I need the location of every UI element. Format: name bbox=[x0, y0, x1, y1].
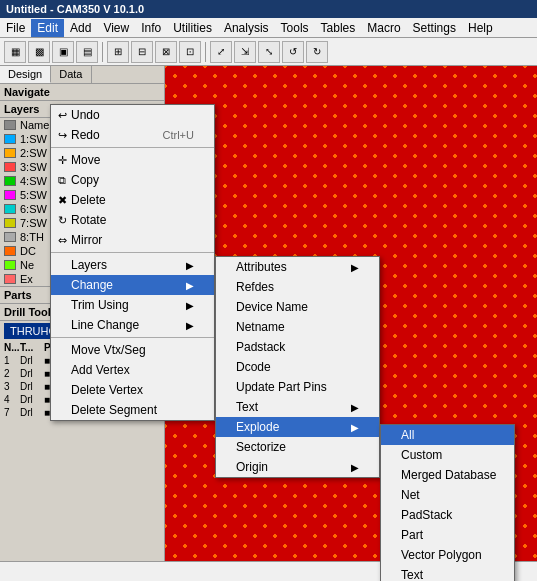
toolbar-btn-10[interactable]: ⇲ bbox=[234, 41, 256, 63]
menu-explode-text-label: Text bbox=[401, 568, 423, 581]
sep-3 bbox=[51, 337, 214, 338]
mirror-icon: ⇔ bbox=[55, 234, 69, 247]
menu-refdes[interactable]: Refdes bbox=[216, 277, 379, 297]
menu-info[interactable]: Info bbox=[135, 19, 167, 37]
menu-explode-all-label: All bbox=[401, 428, 414, 442]
menu-origin[interactable]: Origin ▶ bbox=[216, 457, 379, 477]
menu-undo[interactable]: ↩ Undo bbox=[51, 105, 214, 125]
toolbar-btn-1[interactable]: ▦ bbox=[4, 41, 26, 63]
layer-label-ex: Ex bbox=[20, 273, 33, 285]
menu-explode-text[interactable]: Text bbox=[381, 565, 514, 581]
layer-label-1: 1:SW bbox=[20, 133, 47, 145]
toolbar-btn-4[interactable]: ▤ bbox=[76, 41, 98, 63]
menu-tables[interactable]: Tables bbox=[315, 19, 362, 37]
menu-edit[interactable]: Edit bbox=[31, 19, 64, 37]
menu-line-change[interactable]: Line Change ▶ bbox=[51, 315, 214, 335]
menu-explode[interactable]: Explode ▶ bbox=[216, 417, 379, 437]
menu-help[interactable]: Help bbox=[462, 19, 499, 37]
menu-tools[interactable]: Tools bbox=[275, 19, 315, 37]
menu-dcode-label: Dcode bbox=[236, 360, 271, 374]
tab-data[interactable]: Data bbox=[51, 66, 91, 83]
menu-dcode[interactable]: Dcode bbox=[216, 357, 379, 377]
toolbar-sep-2 bbox=[205, 42, 206, 62]
explode-submenu: All Custom Merged Database Net PadStack … bbox=[380, 424, 515, 581]
toolbar: ▦ ▩ ▣ ▤ ⊞ ⊟ ⊠ ⊡ ⤢ ⇲ ⤡ ↺ ↻ bbox=[0, 38, 537, 66]
menu-attributes[interactable]: Attributes ▶ bbox=[216, 257, 379, 277]
menu-move-vtx-label: Move Vtx/Seg bbox=[71, 343, 146, 357]
menu-change-label: Change bbox=[71, 278, 113, 292]
toolbar-btn-12[interactable]: ↺ bbox=[282, 41, 304, 63]
menu-explode-net-label: Net bbox=[401, 488, 420, 502]
menu-copy[interactable]: ⧉ Copy bbox=[51, 170, 214, 190]
toolbar-btn-5[interactable]: ⊞ bbox=[107, 41, 129, 63]
menu-explode-custom[interactable]: Custom bbox=[381, 445, 514, 465]
menu-redo[interactable]: ↪ Redo Ctrl+U bbox=[51, 125, 214, 145]
menu-layers-label: Layers bbox=[71, 258, 107, 272]
layer-label-dc: DC bbox=[20, 245, 36, 257]
menu-explode-merged-db[interactable]: Merged Database bbox=[381, 465, 514, 485]
toolbar-btn-9[interactable]: ⤢ bbox=[210, 41, 232, 63]
menu-explode-all[interactable]: All bbox=[381, 425, 514, 445]
menu-change[interactable]: Change ▶ bbox=[51, 275, 214, 295]
menu-rotate[interactable]: ↻ Rotate bbox=[51, 210, 214, 230]
menu-explode-part[interactable]: Part bbox=[381, 525, 514, 545]
origin-arrow: ▶ bbox=[351, 462, 359, 473]
menu-analysis[interactable]: Analysis bbox=[218, 19, 275, 37]
menu-device-name-label: Device Name bbox=[236, 300, 308, 314]
menu-delete-segment[interactable]: Delete Segment bbox=[51, 400, 214, 420]
menu-delete-segment-label: Delete Segment bbox=[71, 403, 157, 417]
menu-update-part-pins[interactable]: Update Part Pins bbox=[216, 377, 379, 397]
menu-rotate-label: Rotate bbox=[71, 213, 106, 227]
navigate-section: Navigate bbox=[0, 84, 164, 101]
menu-update-part-pins-label: Update Part Pins bbox=[236, 380, 327, 394]
layer-color-header bbox=[4, 120, 16, 130]
layer-color-3 bbox=[4, 162, 16, 172]
copy-icon: ⧉ bbox=[55, 174, 69, 187]
change-arrow: ▶ bbox=[186, 280, 194, 291]
menu-explode-part-label: Part bbox=[401, 528, 423, 542]
menu-trim-using[interactable]: Trim Using ▶ bbox=[51, 295, 214, 315]
toolbar-btn-6[interactable]: ⊟ bbox=[131, 41, 153, 63]
toolbar-btn-11[interactable]: ⤡ bbox=[258, 41, 280, 63]
menu-file[interactable]: File bbox=[0, 19, 31, 37]
menu-mirror[interactable]: ⇔ Mirror bbox=[51, 230, 214, 250]
menu-device-name[interactable]: Device Name bbox=[216, 297, 379, 317]
menu-macro[interactable]: Macro bbox=[361, 19, 406, 37]
menu-text[interactable]: Text ▶ bbox=[216, 397, 379, 417]
menu-add-vertex[interactable]: Add Vertex bbox=[51, 360, 214, 380]
layer-color-1 bbox=[4, 134, 16, 144]
layer-name-header: Name bbox=[20, 119, 49, 131]
layer-color-7 bbox=[4, 218, 16, 228]
menu-move-vtx[interactable]: Move Vtx/Seg bbox=[51, 340, 214, 360]
toolbar-btn-13[interactable]: ↻ bbox=[306, 41, 328, 63]
drill-col-n: N... bbox=[4, 342, 20, 353]
trim-arrow: ▶ bbox=[186, 300, 194, 311]
menu-attributes-label: Attributes bbox=[236, 260, 287, 274]
menu-utilities[interactable]: Utilities bbox=[167, 19, 218, 37]
layers-arrow: ▶ bbox=[186, 260, 194, 271]
menu-delete[interactable]: ✖ Delete bbox=[51, 190, 214, 210]
menu-add-vertex-label: Add Vertex bbox=[71, 363, 130, 377]
menu-move[interactable]: ✛ Move bbox=[51, 150, 214, 170]
menu-netname[interactable]: Netname bbox=[216, 317, 379, 337]
tab-design[interactable]: Design bbox=[0, 66, 51, 83]
menu-layers[interactable]: Layers ▶ bbox=[51, 255, 214, 275]
menu-settings[interactable]: Settings bbox=[407, 19, 462, 37]
toolbar-btn-3[interactable]: ▣ bbox=[52, 41, 74, 63]
menu-explode-net[interactable]: Net bbox=[381, 485, 514, 505]
toolbar-btn-7[interactable]: ⊠ bbox=[155, 41, 177, 63]
attributes-arrow: ▶ bbox=[351, 262, 359, 273]
menu-sectorize[interactable]: Sectorize bbox=[216, 437, 379, 457]
menu-delete-vertex[interactable]: Delete Vertex bbox=[51, 380, 214, 400]
menu-explode-vector-polygon[interactable]: Vector Polygon bbox=[381, 545, 514, 565]
layer-label-5: 5:SW bbox=[20, 189, 47, 201]
layer-color-4 bbox=[4, 176, 16, 186]
menu-bar: File Edit Add View Info Utilities Analys… bbox=[0, 18, 537, 38]
menu-add[interactable]: Add bbox=[64, 19, 97, 37]
toolbar-btn-8[interactable]: ⊡ bbox=[179, 41, 201, 63]
rotate-icon: ↻ bbox=[55, 214, 69, 227]
toolbar-btn-2[interactable]: ▩ bbox=[28, 41, 50, 63]
menu-explode-padstack[interactable]: PadStack bbox=[381, 505, 514, 525]
menu-view[interactable]: View bbox=[97, 19, 135, 37]
menu-padstack[interactable]: Padstack bbox=[216, 337, 379, 357]
